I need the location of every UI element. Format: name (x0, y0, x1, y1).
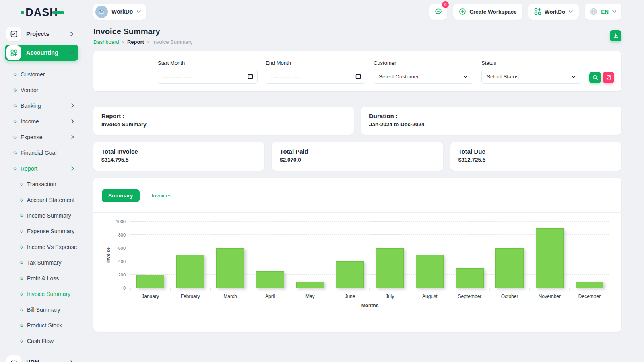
sidebar-item-profit-loss[interactable]: Profit & Loss (0, 270, 83, 286)
tab-invoices[interactable]: Invoices (145, 189, 178, 202)
sidebar-item-customer[interactable]: Customer (0, 66, 83, 82)
app-logo[interactable]: DASH (0, 0, 83, 25)
y-tick-label: 1000 (110, 219, 126, 224)
sidebar-item-projects[interactable]: Projects (5, 25, 78, 43)
sidebar-item-account-statement[interactable]: Account Statement (0, 192, 83, 208)
breadcrumb-dashboard[interactable]: Dashboard (93, 39, 119, 45)
bar-october[interactable] (495, 248, 523, 288)
sidebar-accounting-list: CustomerVendorBankingIncomeExpenseFinanc… (0, 66, 83, 176)
bullet-icon (19, 182, 23, 186)
bar-column-june (330, 222, 370, 288)
x-label-april: April (250, 294, 290, 299)
sidebar-item-banking[interactable]: Banking (0, 98, 83, 113)
breadcrumb-report[interactable]: Report (127, 39, 144, 45)
sidebar-item-label: Income (21, 118, 39, 125)
apply-filter-button[interactable] (589, 72, 601, 83)
language-selector[interactable]: EN (585, 4, 621, 20)
workspace-name: WorkDo (111, 8, 133, 15)
status-select[interactable]: Select Status (481, 70, 581, 84)
sidebar-report-list: TransactionAccount StatementIncome Summa… (0, 176, 83, 349)
total-paid-card: Total Paid $2,070.0 (272, 142, 443, 171)
sidebar-item-expense-summary[interactable]: Expense Summary (0, 223, 83, 239)
chevron-down-icon (463, 74, 468, 79)
sidebar-item-label: Accounting (26, 49, 58, 56)
sidebar-item-product-stock[interactable]: Product Stock (0, 317, 83, 333)
bar-june[interactable] (336, 261, 364, 288)
bar-april[interactable] (256, 272, 284, 288)
workdo-dropdown[interactable]: WorkDo (528, 4, 579, 20)
report-label: Report : (101, 113, 346, 119)
chat-bubble-icon (434, 8, 442, 16)
bullet-icon (12, 135, 17, 139)
x-tick (250, 288, 290, 291)
sidebar-item-financial-goal[interactable]: Financial Goal (0, 145, 83, 160)
x-labels: JanuaryFebruaryMarchAprilMayJuneJulyAugu… (130, 294, 609, 299)
bar-column-october (490, 222, 530, 288)
filter-card: Start Month End Month Customer Select Cu… (93, 51, 621, 91)
download-button[interactable] (610, 30, 621, 41)
plus-circle-icon (459, 8, 466, 15)
bar-march[interactable] (216, 248, 244, 288)
sidebar-item-cash-flow[interactable]: Cash Flow (0, 333, 83, 349)
tab-summary[interactable]: Summary (102, 189, 140, 202)
sidebar-item-income-vs-expense[interactable]: Income Vs Expense (0, 239, 83, 255)
sidebar-top-nav: Projects Accounting (0, 25, 83, 61)
sidebar-item-label: Projects (26, 31, 49, 37)
sidebar-item-income[interactable]: Income (0, 113, 83, 129)
sidebar-item-income-summary[interactable]: Income Summary (0, 208, 83, 223)
sidebar-item-label: Report (21, 165, 37, 172)
bullet-icon (12, 119, 17, 123)
sidebar-item-expense[interactable]: Expense (0, 129, 83, 145)
start-month-input[interactable] (158, 70, 258, 84)
sidebar-item-label: Bill Summary (27, 306, 60, 313)
invoice-bar-chart: Invoice 02004006008001000 JanuaryFebruar… (93, 222, 609, 309)
bar-august[interactable] (416, 255, 444, 288)
x-tick (171, 288, 211, 291)
bar-november[interactable] (536, 228, 564, 288)
tabs: Summary Invoices (93, 178, 621, 202)
bar-january[interactable] (136, 275, 164, 288)
breadcrumb: Dashboard Report Invoice Summary (93, 39, 193, 45)
sidebar-item-label: HRM (26, 359, 39, 362)
chevron-right-icon (70, 166, 75, 171)
clear-filter-icon (606, 75, 611, 80)
workdo-label: WorkDo (545, 9, 566, 15)
sidebar-item-report[interactable]: Report (0, 160, 83, 176)
x-label-june: June (330, 294, 370, 299)
messages-button[interactable]: 0 (429, 4, 447, 20)
bar-july[interactable] (376, 248, 404, 288)
bar-september[interactable] (456, 268, 483, 288)
sidebar-bottom-nav: HRM (0, 354, 83, 362)
bar-column-february (170, 222, 210, 288)
bullet-icon (19, 229, 23, 233)
customer-select[interactable]: Select Customer (374, 70, 473, 84)
clear-filter-button[interactable] (603, 72, 614, 83)
app-logo-text: DASH (25, 6, 58, 19)
topbar: WorkDo 0 Create Workspace WorkDo EN (93, 4, 621, 20)
bar-december[interactable] (576, 282, 603, 288)
x-tick (370, 288, 410, 291)
breadcrumb-separator (122, 39, 124, 45)
bar-february[interactable] (176, 255, 204, 288)
checkbox-icon (6, 27, 21, 41)
y-tick-label: 600 (110, 246, 126, 251)
bullet-icon (19, 307, 23, 312)
sidebar-item-label: Cash Flow (27, 338, 54, 344)
end-month-input[interactable] (266, 70, 365, 84)
bullet-icon (12, 150, 17, 155)
sidebar-item-hrm[interactable]: HRM (5, 354, 78, 362)
sidebar-item-vendor[interactable]: Vendor (0, 82, 83, 98)
sidebar-item-accounting[interactable]: Accounting (5, 45, 78, 61)
sidebar-item-transaction[interactable]: Transaction (0, 176, 83, 192)
bullet-icon (19, 260, 23, 265)
bar-may[interactable] (296, 282, 324, 288)
breadcrumb-separator (147, 39, 149, 45)
sidebar-item-bill-summary[interactable]: Bill Summary (0, 302, 83, 317)
grid-plus-icon (534, 8, 541, 15)
create-workspace-button[interactable]: Create Workspace (453, 4, 522, 20)
app-root: DASH Projects Accounting CustomerVendorB… (0, 0, 644, 362)
workspace-selector[interactable]: WorkDo (93, 4, 146, 20)
sidebar-item-invoice-summary[interactable]: Invoice Summary (0, 286, 83, 302)
bullet-icon (19, 292, 23, 296)
sidebar-item-tax-summary[interactable]: Tax Summary (0, 255, 83, 270)
